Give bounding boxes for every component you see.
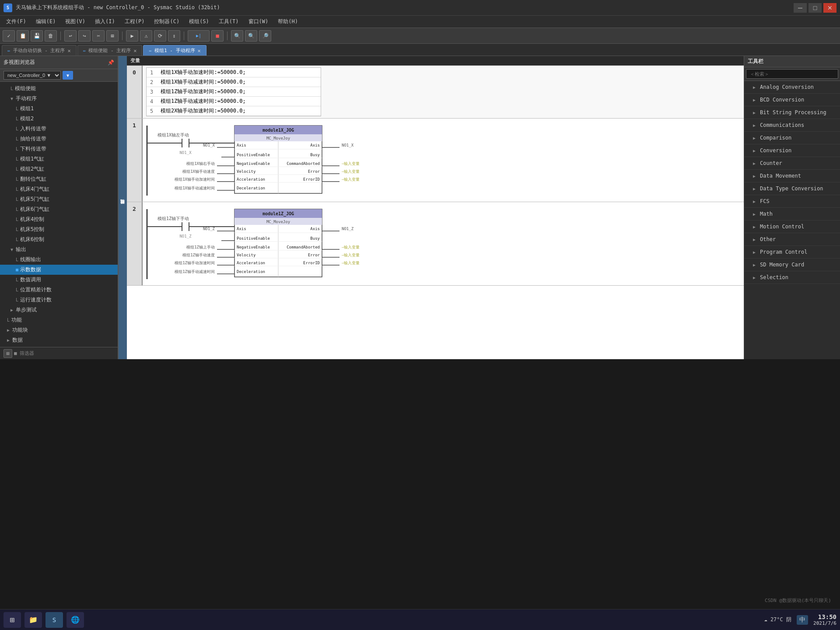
vertical-tab-label[interactable]: 初始化管理 [118, 56, 127, 359]
toolbox-item-motion[interactable]: ▶ Motion Control [744, 220, 840, 233]
tab-1-close[interactable]: ✕ [133, 48, 136, 54]
taskbar-browser[interactable]: 🌐 [66, 612, 84, 628]
sidebar-item-module2-cyl[interactable]: L 模组2气缸 [0, 164, 118, 174]
menu-help[interactable]: 帮助(H) [273, 17, 302, 27]
tab-0-close[interactable]: ✕ [68, 48, 71, 54]
toolbox-item-sdcard[interactable]: ▶ SD Memory Card [744, 259, 840, 271]
toolbox-item-bitstring[interactable]: ▶ Bit String Processing [744, 106, 840, 119]
menu-file[interactable]: 文件(F) [2, 17, 31, 27]
menu-tools[interactable]: 工具(T) [214, 17, 243, 27]
sidebar-item-m6-door[interactable]: L 机床6门气缸 [0, 204, 118, 214]
toolbar-btn-search2[interactable]: 🔍 [245, 30, 257, 42]
sidebar-item-discharge-belt[interactable]: L 下料传送带 [0, 144, 118, 154]
sidebar-item-func[interactable]: L 功能 [0, 315, 118, 325]
sidebar-item-module-able[interactable]: L 模组便能 [0, 84, 118, 94]
leaf-icon: L [16, 126, 18, 131]
toolbar-btn-stop[interactable]: ■ [211, 30, 224, 42]
menu-view[interactable]: 视图(V) [61, 17, 90, 27]
toolbar-btn-1[interactable]: ✓ [3, 30, 15, 42]
toolbar-btn-4[interactable]: 🗑 [45, 30, 57, 42]
toolbox-item-datatypeconv[interactable]: ▶ Data Type Conversion [744, 182, 840, 195]
sidebar-item-m6-ctrl[interactable]: L 机床6控制 [0, 234, 118, 245]
menu-insert[interactable]: 插入(I) [91, 17, 119, 27]
toolbar-btn-12[interactable]: ⇕ [168, 30, 180, 42]
svg-text:模组1X轴手动速度: 模组1X轴手动速度 [182, 169, 215, 174]
toolbar-btn-2[interactable]: 📋 [17, 30, 29, 42]
minimize-button[interactable]: ─ [794, 3, 807, 13]
sidebar-item-m4-door[interactable]: L 机床4门气缸 [0, 184, 118, 194]
toolbar-btn-8[interactable]: ⊞ [106, 30, 119, 42]
sidebar-item-feed-belt[interactable]: L 入料传送带 [0, 124, 118, 134]
svg-text:Axis: Axis [237, 227, 246, 231]
controller-btn[interactable]: ▼ [63, 71, 73, 80]
sidebar-item-coil-output[interactable]: L 线圈输出 [0, 255, 118, 265]
toolbox-item-fcs[interactable]: ▶ FCS [744, 195, 840, 208]
close-button[interactable]: ✕ [823, 3, 836, 13]
toolbox-item-comms[interactable]: ▶ Communications [744, 119, 840, 132]
sidebar-item-module1-cyl[interactable]: L 模组1气缸 [0, 154, 118, 164]
sidebar-item-step-test[interactable]: ▶ 单步测试 [0, 305, 118, 315]
toolbox-item-datamovement[interactable]: ▶ Data Movement [744, 170, 840, 182]
sidebar-item-data-call[interactable]: L 数值调用 [0, 275, 118, 285]
tab-2[interactable]: ✏ 模组1 - 手动程序 ✕ [143, 45, 206, 56]
tab-2-close[interactable]: ✕ [198, 48, 201, 54]
toolbox-title: 工具栏 [748, 58, 763, 64]
maximize-button[interactable]: □ [808, 3, 822, 13]
ladder-diagram[interactable]: 0 1 模组1X轴手动加速时间:=50000.0; 2 模组1X轴手动减速时间:… [127, 66, 744, 359]
sidebar-item-m5-door[interactable]: L 机床5门气缸 [0, 194, 118, 204]
sidebar-item-m5-ctrl[interactable]: L 机床5控制 [0, 224, 118, 234]
sidebar-pin-btn[interactable]: 📌 [108, 60, 114, 66]
tab-1[interactable]: ✏ 模组便能 - 主程序 ✕ [77, 45, 143, 56]
sidebar-item-module1[interactable]: L 模组1 [0, 104, 118, 114]
sidebar-item-pump-belt[interactable]: L 抽给传送带 [0, 134, 118, 144]
toolbox-item-math[interactable]: ▶ Math [744, 208, 840, 220]
sidebar-item-manual-program[interactable]: ▼ 手动程序 [0, 94, 118, 104]
menu-edit[interactable]: 编辑(E) [32, 17, 60, 27]
toolbar-btn-9[interactable]: ▶ [126, 30, 138, 42]
taskbar-sysmac[interactable]: S [46, 612, 63, 628]
toolbox-item-conversion[interactable]: ▶ Conversion [744, 144, 840, 157]
toolbar-btn-search3[interactable]: 🔎 [259, 30, 271, 42]
controller-select[interactable]: new_Controller_0 ▼ [4, 71, 61, 80]
toolbar-btn-3[interactable]: 💾 [31, 30, 43, 42]
toolbar-btn-6[interactable]: ↪ [78, 30, 91, 42]
sidebar-filter-btn[interactable]: ⊞ [4, 349, 12, 358]
toolbox-item-comparison[interactable]: ▶ Comparison [744, 132, 840, 144]
toolbar-btn-11[interactable]: ⟳ [154, 30, 166, 42]
sidebar-item-module2[interactable]: L 模组2 [0, 114, 118, 124]
toolbox-item-label: Math [760, 211, 773, 217]
toolbox-search-input[interactable] [746, 69, 838, 79]
toolbox-item-counter[interactable]: ▶ Counter [744, 157, 840, 170]
taskbar-lang: 中 [797, 615, 808, 625]
menu-window[interactable]: 窗口(W) [244, 17, 273, 27]
sidebar-item-flip-cyl[interactable]: L 翻转位气缸 [0, 174, 118, 184]
toolbar-btn-search1[interactable]: 🔍 [231, 30, 243, 42]
toolbox-item-programctrl[interactable]: ▶ Program Control [744, 246, 840, 259]
leaf-icon: L [16, 116, 18, 121]
menu-project[interactable]: 工程(P) [120, 17, 149, 27]
toolbox-item-bcd[interactable]: ▶ BCD Conversion [744, 94, 840, 106]
toolbox-item-analog[interactable]: ▶ Analog Conversion [744, 81, 840, 94]
toolbar-btn-7[interactable]: ✂ [92, 30, 105, 42]
sidebar-header: 多视图浏览器 📌 [0, 56, 118, 69]
sidebar-item-pos-count[interactable]: L 位置精差计数 [0, 285, 118, 295]
sidebar-item-speed-count[interactable]: L 运行速度计数 [0, 295, 118, 305]
sidebar-item-funcblock[interactable]: ▶ 功能块 [0, 325, 118, 335]
leaf-icon: L [16, 147, 18, 151]
taskbar-explorer[interactable]: 📁 [24, 612, 42, 628]
start-button[interactable]: ⊞ [4, 612, 21, 628]
sidebar-item-data[interactable]: ▶ 数据 [0, 335, 118, 345]
menu-controller[interactable]: 控制器(C) [150, 17, 184, 27]
toolbar-btn-10[interactable]: ⚠ [140, 30, 152, 42]
tab-0[interactable]: ✏ 手动自动切换 - 主程序 ✕ [2, 45, 77, 56]
sidebar-item-output[interactable]: ▼ 输出 [0, 245, 118, 255]
expand-arrow-icon: ▶ [753, 262, 756, 267]
toolbar-btn-5[interactable]: ↩ [64, 30, 77, 42]
toolbox-item-other[interactable]: ▶ Other [744, 233, 840, 246]
sidebar-item-m4-ctrl[interactable]: L 机床4控制 [0, 214, 118, 224]
menu-module[interactable]: 模组(S) [185, 17, 214, 27]
svg-text:Error: Error [308, 169, 320, 174]
toolbox-item-selection[interactable]: ▶ Selection [744, 271, 840, 284]
sidebar-item-display-data[interactable]: ■ 示数数据 [0, 265, 118, 275]
toolbar-btn-compile[interactable]: ▶| [188, 30, 210, 42]
